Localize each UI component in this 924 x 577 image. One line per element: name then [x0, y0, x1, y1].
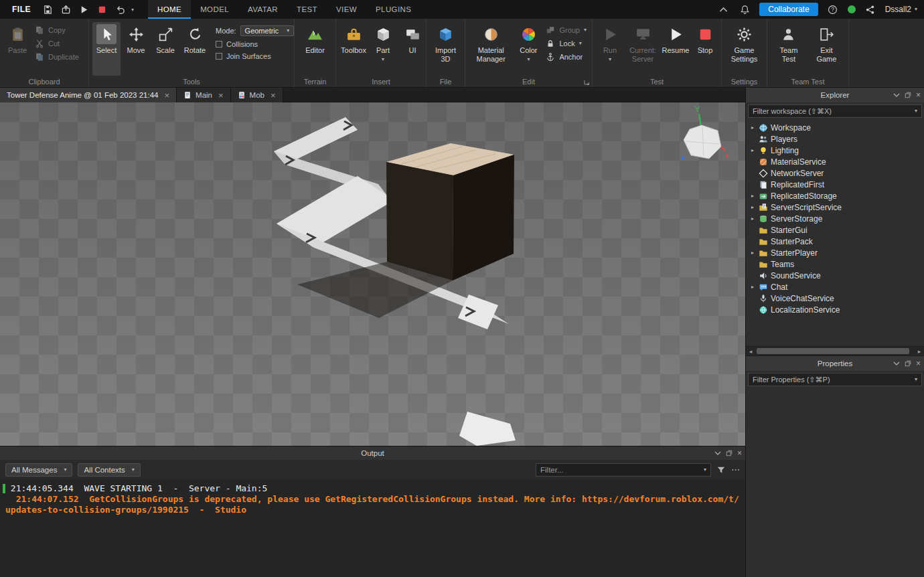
- explorer-item-workspace[interactable]: ▸Workspace: [746, 122, 924, 133]
- cut-button[interactable]: Cut: [33, 39, 81, 48]
- explorer-item-localizationservice[interactable]: LocalizationService: [746, 304, 924, 315]
- collisions-checkbox[interactable]: Collisions: [216, 40, 294, 48]
- contexts-filter-dropdown[interactable]: All Contexts ▾: [78, 463, 140, 477]
- hscroll-right-icon[interactable]: ▸: [915, 348, 924, 355]
- properties-filter-input[interactable]: Filter Properties (⇧⌘P) ▾: [748, 373, 922, 386]
- import-3d-button[interactable]: Import 3D: [429, 22, 463, 76]
- explorer-item-materialservice[interactable]: MaterialService: [746, 156, 924, 167]
- explorer-item-replicatedfirst[interactable]: ReplicatedFirst: [746, 179, 924, 190]
- output-overflow-menu-icon[interactable]: ⋯: [731, 465, 740, 475]
- expand-arrow-icon[interactable]: ▸: [749, 250, 756, 256]
- menu-tab-avatar[interactable]: AVATAR: [238, 0, 287, 19]
- quick-access-caret-icon[interactable]: ▾: [131, 7, 134, 13]
- clear-output-icon[interactable]: [716, 465, 726, 475]
- explorer-item-replicatedstorage[interactable]: ▸ReplicatedStorage: [746, 190, 924, 201]
- current-server-button[interactable]: Current: Server: [625, 22, 660, 76]
- share-icon[interactable]: [864, 3, 877, 16]
- explorer-item-lighting[interactable]: ▸Lighting: [746, 145, 924, 156]
- duplicate-button[interactable]: Duplicate: [33, 52, 81, 62]
- select-tool-button[interactable]: Select: [92, 22, 121, 76]
- document-tab-tower-defense-anime-01-feb-2023-21-44[interactable]: Tower Defense Anime @ 01 Feb 2023 21:44×: [0, 88, 177, 102]
- move-tool-button[interactable]: Move: [122, 22, 150, 76]
- material-manager-button[interactable]: Material Manager: [469, 22, 513, 76]
- explorer-item-soundservice[interactable]: SoundService: [746, 270, 924, 281]
- properties-close-icon[interactable]: ×: [916, 359, 921, 368]
- scale-tool-button[interactable]: Scale: [151, 22, 179, 76]
- viewport[interactable]: Y x: [0, 102, 745, 446]
- explorer-item-chat[interactable]: ▸Chat: [746, 281, 924, 293]
- explorer-close-icon[interactable]: ×: [916, 90, 921, 100]
- expand-arrow-icon[interactable]: ▸: [749, 216, 756, 222]
- menu-tab-plugins[interactable]: PLUGINS: [366, 0, 420, 19]
- publish-icon[interactable]: [59, 3, 72, 16]
- menu-tab-view[interactable]: VIEW: [327, 0, 366, 19]
- play-icon[interactable]: [77, 3, 90, 16]
- explorer-hscrollbar[interactable]: ◂ ▸: [746, 346, 924, 355]
- rotate-tool-button[interactable]: Rotate: [181, 22, 209, 76]
- stop-button[interactable]: Stop: [691, 22, 719, 76]
- run-button[interactable]: Run ▾: [596, 22, 624, 76]
- menu-tab-test[interactable]: TEST: [287, 0, 327, 19]
- output-menu-chevron-icon[interactable]: [714, 450, 721, 457]
- notifications-bell-icon[interactable]: [738, 3, 751, 16]
- undo-icon[interactable]: [113, 3, 127, 16]
- paste-button[interactable]: Paste: [3, 22, 31, 76]
- properties-menu-chevron-icon[interactable]: [893, 360, 900, 367]
- expand-arrow-icon[interactable]: ▸: [749, 284, 756, 290]
- explorer-float-icon[interactable]: [905, 92, 911, 98]
- explorer-item-voicechatservice[interactable]: VoiceChatService: [746, 293, 924, 304]
- color-button[interactable]: Color ▾: [514, 22, 542, 76]
- mode-select[interactable]: Geometric ▾: [240, 25, 295, 36]
- help-icon[interactable]: ?: [826, 3, 840, 16]
- material-manager-label: Material Manager: [471, 46, 511, 63]
- expand-arrow-icon[interactable]: ▸: [749, 125, 756, 131]
- lock-button[interactable]: Lock ▾: [544, 39, 589, 48]
- menu-tab-model[interactable]: MODEL: [191, 0, 238, 19]
- menu-tab-home[interactable]: HOME: [148, 0, 191, 19]
- anchor-button[interactable]: Anchor: [544, 52, 589, 62]
- explorer-item-serverscriptservice[interactable]: ▸ServerScriptService: [746, 201, 924, 213]
- output-close-icon[interactable]: ×: [737, 448, 742, 458]
- properties-float-icon[interactable]: [905, 360, 911, 367]
- close-tab-icon[interactable]: ×: [164, 90, 169, 100]
- ui-button[interactable]: UI: [398, 22, 427, 76]
- explorer-item-players[interactable]: Players: [746, 133, 924, 145]
- explorer-item-starterpack[interactable]: StarterPack: [746, 236, 924, 247]
- document-tab-main[interactable]: Main×: [177, 88, 231, 102]
- explorer-filter-input[interactable]: Filter workspace (⇧⌘X) ▾: [748, 104, 922, 118]
- collaborate-button[interactable]: Collaborate: [759, 3, 818, 16]
- file-menu[interactable]: FILE: [7, 5, 36, 14]
- resume-button[interactable]: Resume: [662, 22, 690, 76]
- import-3d-label: Import 3D: [431, 46, 461, 63]
- team-test-button[interactable]: Team Test: [771, 22, 807, 76]
- expand-arrow-icon[interactable]: ▸: [749, 193, 756, 199]
- document-tab-mob[interactable]: Mob×: [231, 88, 283, 102]
- explorer-item-networkserver[interactable]: NetworkServer: [746, 167, 924, 179]
- game-settings-button[interactable]: Game Settings: [725, 22, 763, 76]
- explorer-item-serverstorage[interactable]: ▸ServerStorage: [746, 213, 924, 224]
- close-tab-icon[interactable]: ×: [218, 90, 224, 100]
- expand-arrow-icon[interactable]: ▸: [749, 147, 756, 153]
- output-float-icon[interactable]: [726, 450, 733, 457]
- messages-filter-dropdown[interactable]: All Messages ▾: [5, 463, 72, 477]
- explorer-item-teams[interactable]: Teams: [746, 258, 924, 270]
- terrain-editor-button[interactable]: Editor: [301, 22, 329, 76]
- close-tab-icon[interactable]: ×: [271, 90, 276, 100]
- copy-button[interactable]: Copy: [33, 25, 81, 35]
- explorer-menu-chevron-icon[interactable]: [893, 92, 900, 98]
- explorer-item-startergui[interactable]: StarterGui: [746, 224, 924, 236]
- exit-game-button[interactable]: Exit Game: [808, 22, 845, 76]
- stop-icon[interactable]: [95, 3, 108, 16]
- part-button[interactable]: Part ▾: [369, 22, 397, 76]
- save-icon[interactable]: [41, 3, 54, 16]
- toolbox-button[interactable]: Toolbox: [339, 22, 368, 76]
- expand-arrow-icon[interactable]: ▸: [749, 204, 756, 210]
- user-menu[interactable]: Dssall2 ▾: [885, 5, 917, 14]
- hscroll-left-icon[interactable]: ◂: [746, 348, 755, 355]
- collapse-ribbon-icon[interactable]: [716, 3, 730, 16]
- explorer-item-starterplayer[interactable]: ▸StarterPlayer: [746, 247, 924, 258]
- join-surfaces-checkbox[interactable]: Join Surfaces: [216, 52, 294, 60]
- output-filter-input[interactable]: Filter... ▾: [536, 463, 711, 477]
- group-button[interactable]: Group ▾: [544, 25, 589, 35]
- hscroll-thumb[interactable]: [757, 348, 909, 354]
